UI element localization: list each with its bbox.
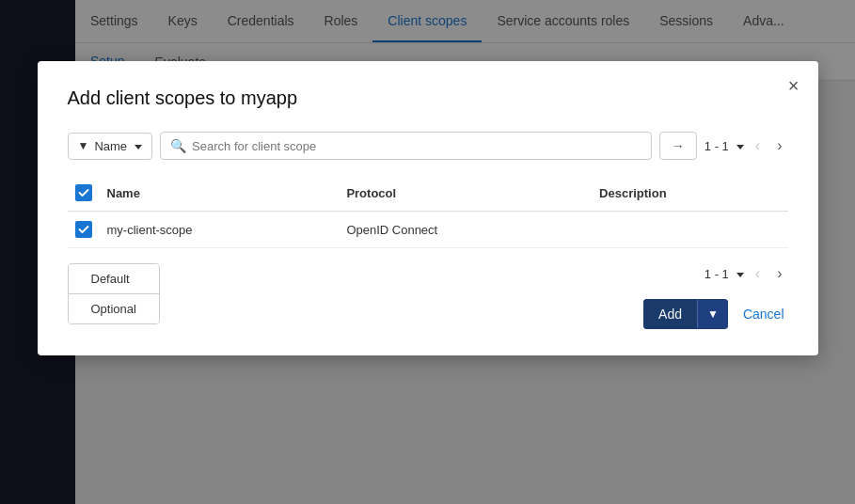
scope-type-default-button[interactable]: Default xyxy=(69,264,159,294)
page-dropdown-bottom-icon[interactable] xyxy=(735,267,744,281)
scope-table: Name Protocol Description my-client-scop… xyxy=(68,175,788,248)
checkmark-icon xyxy=(78,187,89,198)
page-range-bottom: 1 - 1 xyxy=(705,267,729,281)
prev-page-button-top[interactable]: ‹ xyxy=(750,135,766,156)
col-description-header: Description xyxy=(592,175,787,212)
modal: × Add client scopes to myapp ▼ Name 🔍 → … xyxy=(38,61,818,355)
table-row: my-client-scope OpenID Connect xyxy=(68,212,788,248)
add-button[interactable]: Add xyxy=(643,299,697,329)
next-page-button-bottom[interactable]: › xyxy=(771,263,787,284)
filter-label: Name xyxy=(94,139,127,153)
modal-title: Add client scopes to myapp xyxy=(68,87,788,109)
filter-icon: ▼ xyxy=(78,139,89,152)
header-checkbox[interactable] xyxy=(75,184,92,201)
col-protocol-header: Protocol xyxy=(339,175,592,212)
row-checkbox-cell xyxy=(68,212,100,248)
col-name-header: Name xyxy=(100,175,340,212)
cancel-button[interactable]: Cancel xyxy=(739,299,788,329)
page-dropdown-icon[interactable] xyxy=(735,139,744,153)
filter-button[interactable]: ▼ Name xyxy=(68,133,153,160)
next-page-button-top[interactable]: › xyxy=(771,135,787,156)
add-button-group: Add ▼ xyxy=(643,299,728,329)
pagination-bottom: 1 - 1 ‹ › xyxy=(705,263,788,284)
table-header-row: Name Protocol Description xyxy=(68,175,788,212)
search-bar: ▼ Name 🔍 → 1 - 1 ‹ › xyxy=(68,132,788,160)
scope-type-optional-button[interactable]: Optional xyxy=(69,294,159,323)
prev-page-button-bottom[interactable]: ‹ xyxy=(750,263,766,284)
row-checkbox[interactable] xyxy=(75,221,92,238)
filter-chevron-icon xyxy=(133,139,142,153)
header-checkbox-cell xyxy=(68,175,100,212)
modal-bottom: Default Optional 1 - 1 ‹ › Add ▼ Cancel xyxy=(68,263,788,329)
search-input-wrapper: 🔍 xyxy=(160,132,652,160)
search-go-button[interactable]: → xyxy=(659,132,697,160)
page-range-top: 1 - 1 xyxy=(705,139,729,153)
row-protocol: OpenID Connect xyxy=(339,212,592,248)
action-buttons: Add ▼ Cancel xyxy=(643,299,787,329)
modal-close-button[interactable]: × xyxy=(788,76,800,95)
modal-overlay: × Add client scopes to myapp ▼ Name 🔍 → … xyxy=(0,0,855,504)
scope-type-dropdown: Default Optional xyxy=(68,263,160,324)
pagination-top: 1 - 1 ‹ › xyxy=(705,135,788,156)
row-description xyxy=(592,212,787,248)
bottom-right: 1 - 1 ‹ › Add ▼ Cancel xyxy=(643,263,787,329)
search-icon: 🔍 xyxy=(170,138,186,153)
row-name: my-client-scope xyxy=(100,212,340,248)
search-input[interactable] xyxy=(192,139,641,153)
row-checkmark-icon xyxy=(78,224,89,235)
add-dropdown-button[interactable]: ▼ xyxy=(697,300,728,328)
